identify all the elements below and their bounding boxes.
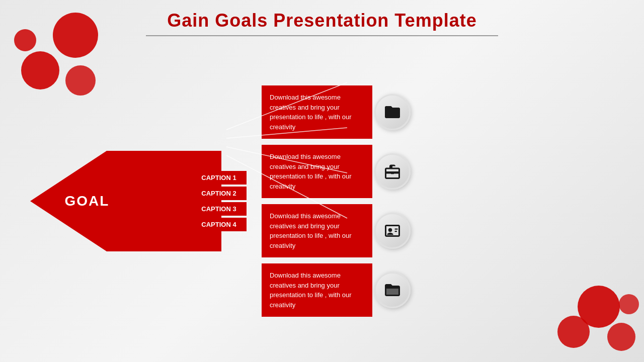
info-icon-circle-3	[374, 213, 411, 249]
info-box-4: Download this awesome creatives and brin…	[262, 263, 372, 317]
goal-label: GOAL	[64, 193, 109, 209]
captions-container: CAPTION 1 CAPTION 2 CAPTION 3 CAPTION 4	[191, 171, 247, 231]
info-box-2: Download this awesome creatives and brin…	[262, 145, 372, 198]
info-row-1: Download this awesome creatives and brin…	[262, 85, 614, 139]
content-area: GOAL CAPTION 1 CAPTION 2 CAPTION 3 CAPTI…	[30, 60, 614, 342]
arrow-section: GOAL CAPTION 1 CAPTION 2 CAPTION 3 CAPTI…	[30, 121, 242, 282]
info-row-4: Download this awesome creatives and brin…	[262, 263, 614, 317]
title-section: Gain Goals Presentation Template	[0, 10, 644, 36]
folder-icon-2	[383, 281, 401, 299]
info-icon-circle-4	[374, 272, 411, 308]
caption-3: CAPTION 3	[191, 202, 247, 216]
title-divider	[146, 35, 498, 36]
caption-4: CAPTION 4	[191, 218, 247, 231]
info-icon-circle-1	[374, 94, 411, 130]
svg-point-7	[619, 294, 639, 314]
svg-rect-12	[391, 173, 394, 174]
info-section: Download this awesome creatives and brin…	[262, 85, 614, 317]
info-row-3: Download this awesome creatives and brin…	[262, 204, 614, 257]
page-title: Gain Goals Presentation Template	[0, 10, 644, 31]
svg-rect-14	[395, 229, 398, 230]
info-row-2: Download this awesome creatives and brin…	[262, 145, 614, 198]
info-box-3: Download this awesome creatives and brin…	[262, 204, 372, 257]
id-card-icon	[383, 222, 401, 240]
caption-2: CAPTION 2	[191, 187, 247, 200]
briefcase-icon	[383, 162, 401, 180]
folder-icon-1	[383, 103, 401, 121]
svg-rect-15	[395, 231, 397, 232]
svg-point-13	[388, 228, 392, 232]
caption-1: CAPTION 1	[191, 171, 247, 185]
info-box-1: Download this awesome creatives and brin…	[262, 85, 372, 139]
info-icon-circle-2	[374, 153, 411, 190]
